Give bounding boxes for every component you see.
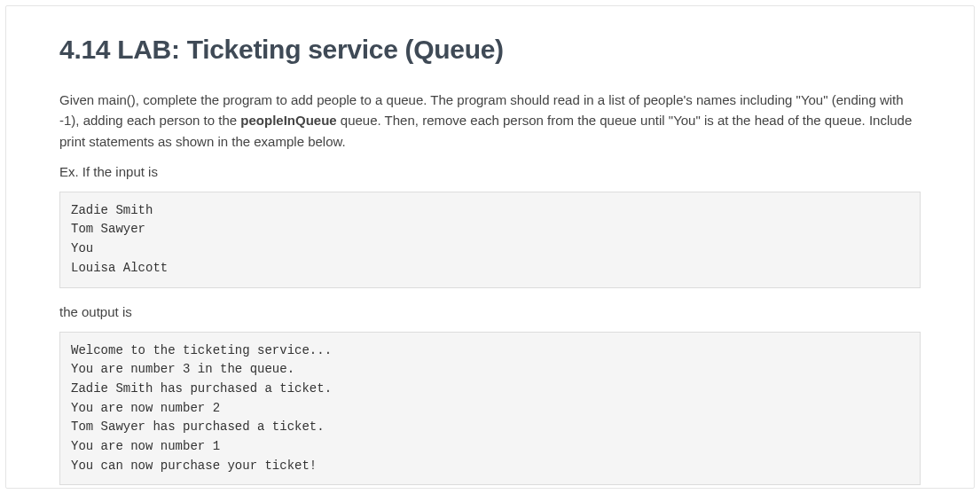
output-intro: the output is	[59, 304, 921, 319]
description-bold: peopleInQueue	[240, 113, 336, 128]
output-code-block: Welcome to the ticketing service... You …	[59, 332, 921, 486]
example-intro: Ex. If the input is	[59, 164, 921, 179]
description-paragraph: Given main(), complete the program to ad…	[59, 90, 921, 152]
page-title: 4.14 LAB: Ticketing service (Queue)	[59, 35, 921, 65]
content-card: 4.14 LAB: Ticketing service (Queue) Give…	[5, 5, 975, 489]
input-code-block: Zadie Smith Tom Sawyer You Louisa Alcott	[59, 192, 921, 288]
